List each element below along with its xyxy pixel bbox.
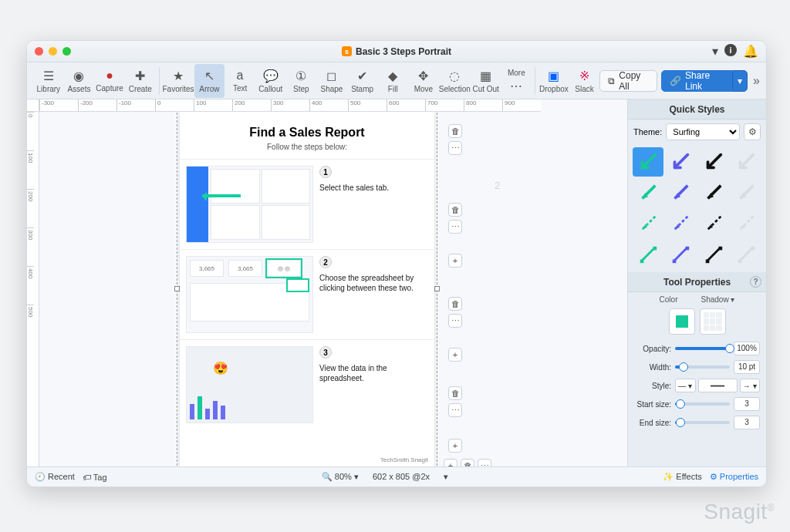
window-minimize[interactable] <box>49 47 57 56</box>
more-block[interactable]: ⋯ <box>448 403 462 417</box>
create-button[interactable]: ✚Create <box>125 64 156 98</box>
copy-all-button[interactable]: ⧉Copy All <box>599 70 657 92</box>
color-swatch[interactable] <box>669 308 695 335</box>
style-10[interactable] <box>665 209 696 238</box>
theme-settings[interactable]: ⚙ <box>744 123 761 140</box>
bell-icon[interactable]: 🔔 <box>743 44 758 59</box>
text-tool[interactable]: aText <box>225 64 255 98</box>
more-label: More <box>508 69 525 77</box>
properties-button[interactable]: ⚙ Properties <box>710 472 758 482</box>
startsize-value[interactable]: 3 <box>734 397 760 411</box>
shadow-label[interactable]: Shadow ▾ <box>701 295 734 304</box>
style-6[interactable] <box>665 178 696 207</box>
style-5[interactable] <box>633 178 663 207</box>
delete-block[interactable]: 🗑 <box>448 203 462 217</box>
more-block[interactable]: ⋯ <box>478 459 491 466</box>
arrow-tool[interactable]: ↖Arrow <box>194 64 225 98</box>
style-8[interactable] <box>731 178 761 207</box>
cutout-tool[interactable]: ▦Cut Out <box>471 64 501 98</box>
line-style-select[interactable]: — ▾ <box>675 379 696 392</box>
canvas[interactable]: 2 Find a Sales Report Follow the steps b… <box>39 112 627 466</box>
effects-button[interactable]: ✨ Effects <box>663 472 702 482</box>
end-style-select[interactable]: → ▾ <box>740 379 761 392</box>
tag-button[interactable]: 🏷 Tag <box>83 473 107 482</box>
width-slider[interactable] <box>675 365 730 369</box>
svg-rect-5 <box>686 247 690 251</box>
add-block[interactable]: + <box>448 439 462 453</box>
style-15[interactable] <box>698 240 729 269</box>
style-2[interactable] <box>665 147 696 177</box>
handle-e[interactable] <box>434 286 440 291</box>
assets-button[interactable]: ◉Assets <box>64 64 95 98</box>
style-3[interactable] <box>698 147 729 177</box>
share-link-button[interactable]: 🔗Share Link <box>661 70 732 92</box>
favorites-tool[interactable]: ★Favorites <box>162 64 194 98</box>
more-block[interactable]: ⋯ <box>448 141 462 155</box>
opacity-label: Opacity: <box>634 345 671 353</box>
selection-tool[interactable]: ◌Selection <box>439 64 471 98</box>
startsize-slider[interactable] <box>675 402 730 406</box>
step-1-desc: Select the sales tab. <box>319 183 428 193</box>
dims-dropdown[interactable]: ▾ <box>444 472 448 482</box>
slack-share[interactable]: ※Slack <box>569 64 600 98</box>
theme-select[interactable]: Surfing <box>666 123 740 140</box>
doc-footer: TechSmith Snagit <box>380 456 428 463</box>
more-block[interactable]: ⋯ <box>448 314 462 328</box>
window-close[interactable] <box>35 47 43 56</box>
handle-w[interactable] <box>174 286 180 291</box>
document[interactable]: Find a Sales Report Follow the steps bel… <box>180 112 434 466</box>
s2-hl1: ◎ ◎ <box>267 260 301 277</box>
window-maximize[interactable] <box>62 47 71 56</box>
style-14[interactable] <box>665 240 696 269</box>
opacity-slider[interactable] <box>675 347 730 350</box>
stamp-tool[interactable]: ✔Stamp <box>347 64 378 98</box>
add-block[interactable]: + <box>448 348 462 362</box>
style-13[interactable] <box>633 240 663 269</box>
overflow-icon[interactable]: » <box>753 74 760 88</box>
cloud-icon[interactable]: ▾ <box>712 44 718 59</box>
add-block[interactable]: + <box>448 254 462 268</box>
delete-block[interactable]: 🗑 <box>448 297 462 311</box>
share-link-dropdown[interactable]: ▾ <box>732 70 748 92</box>
shadow-picker[interactable] <box>700 308 726 335</box>
style-4[interactable] <box>731 147 761 177</box>
style-16[interactable] <box>731 240 761 269</box>
endsize-slider[interactable] <box>675 421 730 424</box>
style-7[interactable] <box>698 178 729 207</box>
more-block[interactable]: ⋯ <box>448 220 462 234</box>
move-tool[interactable]: ✥Move <box>408 64 439 98</box>
step-1: 1 Select the sales tab. <box>180 159 434 249</box>
step-tool[interactable]: ①Step <box>286 64 317 98</box>
ruler-vertical: 0100200300400500 <box>27 112 39 466</box>
step-2-desc: Choose the spreadsheet by clicking betwe… <box>319 273 428 293</box>
capture-button[interactable]: ●Capture <box>94 64 125 98</box>
info-icon[interactable]: i <box>724 44 737 56</box>
shape-tool[interactable]: ◻Shape <box>316 64 347 98</box>
dash-style-select[interactable]: ━━━ <box>698 379 738 392</box>
dropbox-share[interactable]: ▣Dropbox <box>538 64 569 98</box>
zoom-control[interactable]: 🔍 80% ▾ <box>322 472 359 482</box>
step-3-image: 😍 <box>186 346 313 423</box>
library-label: Library <box>37 85 61 93</box>
more-tools[interactable]: More⋯ <box>501 64 532 98</box>
style-1[interactable] <box>633 147 663 177</box>
callout-label: Callout <box>258 85 282 93</box>
callout-tool[interactable]: 💬Callout <box>255 64 286 98</box>
add-block[interactable]: + <box>444 459 457 466</box>
text-label: Text <box>233 84 247 93</box>
help-icon[interactable]: ? <box>750 276 761 288</box>
copyall-label: Copy All <box>619 70 648 92</box>
width-value[interactable]: 10 pt <box>734 360 760 374</box>
delete-block[interactable]: 🗑 <box>448 124 462 138</box>
fill-tool[interactable]: ◆Fill <box>377 64 408 98</box>
library-button[interactable]: ☰Library <box>33 64 64 98</box>
link-icon: 🔗 <box>670 76 681 86</box>
delete-block[interactable]: 🗑 <box>461 459 474 466</box>
style-12[interactable] <box>731 209 761 238</box>
opacity-value[interactable]: 100% <box>734 342 760 355</box>
delete-block[interactable]: 🗑 <box>448 386 462 400</box>
endsize-value[interactable]: 3 <box>734 416 760 429</box>
style-9[interactable] <box>633 209 663 238</box>
style-11[interactable] <box>698 209 729 238</box>
recent-button[interactable]: 🕘 Recent <box>35 472 75 482</box>
